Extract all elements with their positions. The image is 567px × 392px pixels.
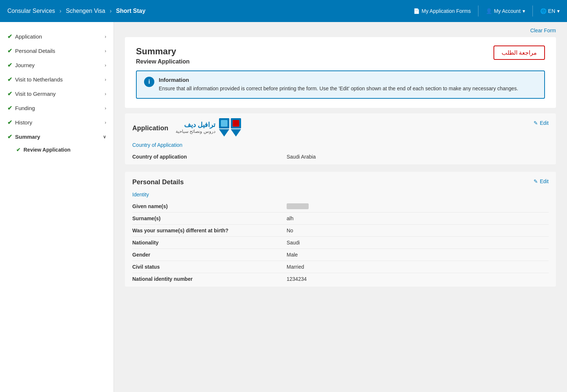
svg-rect-4 [221,120,227,127]
sidebar-item-history[interactable]: ✔ History › [0,115,114,130]
sidebar-item-application[interactable]: ✔ Application › [0,29,114,44]
sidebar-item-funding[interactable]: ✔ Funding › [0,101,114,115]
application-subsection: Country of Application Country of applic… [125,138,556,164]
field-label-gender: Gender [132,252,287,258]
personal-details-section: Personal Details ✎ Edit Identity Given n… [125,172,556,287]
breadcrumb-sep1: › [60,8,61,14]
sidebar-item-personal-details[interactable]: ✔ Personal Details › [0,44,114,58]
brand-text: ترافيل ديف دروس ونصائح سياحية [176,121,215,134]
chevron-history: › [105,120,106,125]
check-icon-summary: ✔ [7,133,12,140]
summary-card: Summary مراجعة الطلب Review Application … [125,37,556,108]
sidebar-label-netherlands: Visit to Netherlands [15,76,105,83]
svg-rect-5 [233,120,239,127]
sidebar-item-journey[interactable]: ✔ Journey › [0,58,114,72]
nav-account-link[interactable]: 👤 My Account ▾ [486,8,525,14]
table-row: Country of application Saudi Arabia [132,151,549,163]
forms-icon: 📄 [413,8,420,14]
sidebar-label-application: Application [15,33,105,40]
table-row: Nationality Saudi [132,237,549,249]
chevron-journey: › [105,63,106,68]
check-icon-journey: ✔ [7,62,12,69]
nav-account-label: My Account [494,8,520,14]
check-icon-application: ✔ [7,33,12,40]
globe-icon: 🌐 [540,8,546,14]
table-row: Was your surname(s) different at birth? … [132,225,549,237]
identity-label: Identity [132,192,549,197]
info-body: Ensure that all information provided is … [159,85,518,92]
field-value-gender: Male [287,252,298,258]
chevron-summary: ∨ [103,134,106,139]
chevron-funding: › [105,106,106,111]
application-section-header: Application ترافيل ديف دروس ونصائح سياحي… [125,113,556,138]
chevron-germany: › [105,91,106,97]
application-edit-button[interactable]: ✎ Edit [534,120,549,126]
application-section: Application ترافيل ديف دروس ونصائح سياحي… [125,113,556,164]
chevron-personal: › [105,48,106,54]
personal-details-edit-button[interactable]: ✎ Edit [534,178,549,184]
account-icon: 👤 [486,8,492,14]
breadcrumb-schengen[interactable]: Schengen Visa [66,8,105,14]
chevron-netherlands: › [105,77,106,82]
brand-logo-icon [219,118,241,137]
nav-lang-link[interactable]: 🌐 EN ▾ [540,8,560,14]
field-value-national-id: 1234234 [287,276,307,282]
header-nav: 📄 My Application Forms 👤 My Account ▾ 🌐 … [413,6,560,17]
info-text: Information Ensure that all information … [159,77,518,92]
brand-sub: دروس ونصائح سياحية [176,129,215,134]
identity-subsection: Identity Given name(s) Surname(s) alh Wa… [125,188,556,287]
brand-logo: ترافيل ديف دروس ونصائح سياحية [176,118,241,137]
sidebar-item-netherlands[interactable]: ✔ Visit to Netherlands › [0,72,114,87]
nav-divider2 [532,6,533,17]
check-icon-history: ✔ [7,119,12,126]
sidebar: ✔ Application › ✔ Personal Details › ✔ J… [0,22,114,392]
sidebar-label-germany: Visit to Germany [15,91,105,97]
sidebar-label-history: History [15,119,105,126]
info-icon: i [144,77,154,87]
review-application-subtitle: Review Application [136,58,545,65]
account-chevron-icon: ▾ [523,8,525,14]
arabic-review-button[interactable]: مراجعة الطلب [494,46,545,60]
breadcrumb-consular[interactable]: Consular Services [7,8,55,14]
sidebar-item-germany[interactable]: ✔ Visit to Germany › [0,87,114,101]
edit-pencil-icon: ✎ [534,120,538,126]
header: Consular Services › Schengen Visa › Shor… [0,0,567,22]
info-box: i Information Ensure that all informatio… [136,70,545,99]
check-icon-funding: ✔ [7,105,12,112]
nav-forms-label: My Application Forms [421,8,471,14]
sidebar-label-summary: Summary [15,134,103,140]
field-label-given-names: Given name(s) [132,203,287,209]
application-section-title: Application [132,124,168,132]
field-value-nationality: Saudi [287,240,300,246]
clear-form-button[interactable]: Clear Form [530,28,556,33]
main-content: Clear Form Summary مراجعة الطلب Review A… [114,22,567,392]
sidebar-label-personal: Personal Details [15,48,105,54]
field-value-country: Saudi Arabia [287,154,316,160]
nav-forms-link[interactable]: 📄 My Application Forms [413,8,471,14]
table-row: Surname(s) alh [132,213,549,225]
field-value-surname: alh [287,215,294,221]
field-value-given-names [287,203,309,209]
svg-marker-3 [231,129,241,137]
breadcrumb-shortstay: Short Stay [116,8,146,14]
table-row: Given name(s) [132,200,549,213]
page-layout: ✔ Application › ✔ Personal Details › ✔ J… [0,22,567,392]
chevron-application: › [105,34,106,39]
lang-chevron-icon: ▾ [557,8,560,14]
table-row: Civil status Married [132,261,549,273]
summary-title: Summary [136,46,545,57]
edit-pencil-icon2: ✎ [534,178,538,184]
check-icon-personal: ✔ [7,47,12,54]
sidebar-label-funding: Funding [15,105,105,111]
field-label-surname: Surname(s) [132,215,287,221]
nav-divider1 [478,6,478,17]
info-title: Information [159,77,518,83]
sidebar-sublabel-review: Review Application [24,147,71,153]
personal-details-title: Personal Details [132,178,184,186]
sidebar-item-summary[interactable]: ✔ Summary ∨ [0,130,114,144]
field-label-national-id: National identity number [132,276,287,282]
breadcrumb-sep2: › [110,8,112,14]
field-label-surname-birth: Was your surname(s) different at birth? [132,228,287,233]
country-of-application-label: Country of Application [132,142,549,148]
sidebar-subitem-review[interactable]: ✔ Review Application [0,144,114,156]
